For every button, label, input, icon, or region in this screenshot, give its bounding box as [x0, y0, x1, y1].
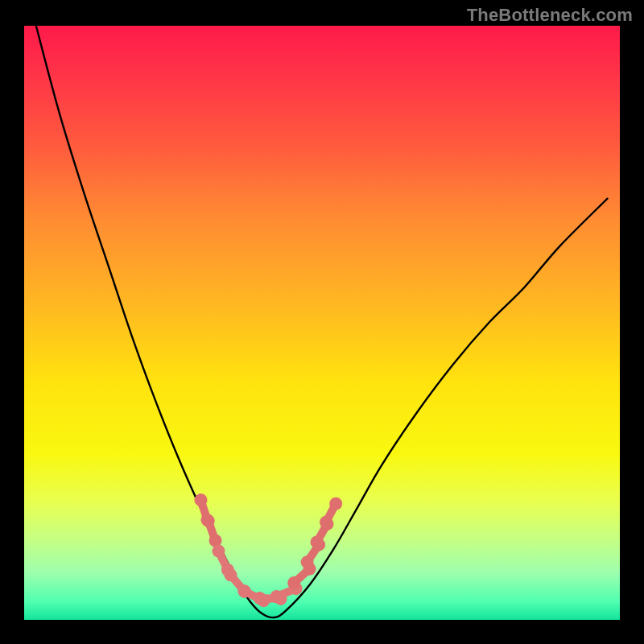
curve-markers	[24, 26, 620, 620]
chart-frame: TheBottleneck.com	[0, 0, 644, 644]
watermark: TheBottleneck.com	[467, 5, 633, 26]
